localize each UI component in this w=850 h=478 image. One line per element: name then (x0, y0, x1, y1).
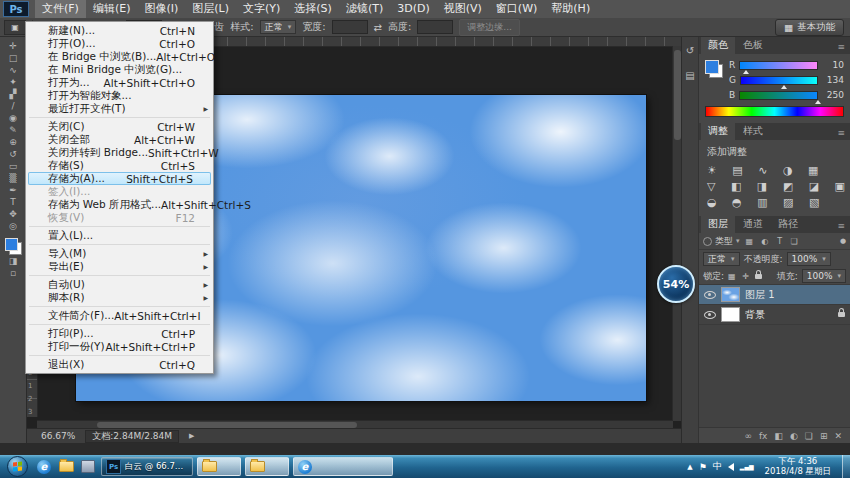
taskbar-button-window-1[interactable] (197, 457, 241, 476)
menu-item-close-and-go-to-bridge[interactable]: 关闭并转到 Bridge...Shift+Ctrl+W (26, 146, 213, 159)
tab-layers[interactable]: 图层 (701, 215, 735, 233)
layer-thumbnail[interactable] (721, 287, 740, 302)
browser-quicklaunch-icon[interactable]: e (35, 458, 53, 476)
progress-badge[interactable]: 54% (657, 265, 695, 303)
green-value[interactable]: 134 (822, 75, 844, 85)
opacity-select[interactable]: 100% ▾ (787, 252, 831, 266)
menu-item-browse-in-mini-bridge[interactable]: 在 Mini Bridge 中浏览(G)... (26, 63, 213, 76)
workspace-switcher-button[interactable]: ▦ 基本功能 (775, 19, 844, 36)
layer-filter-icons[interactable]: ▦ ◐ T ❏ (746, 237, 801, 246)
layer-row-layer1[interactable]: 图层 1 (699, 285, 850, 305)
filter-toggle-icon[interactable]: ● (840, 237, 846, 245)
menu-item-export[interactable]: 导出(E)▶ (26, 260, 213, 273)
menu-item-place[interactable]: 置入(L)... (26, 229, 213, 242)
style-select[interactable]: 正常 ▾ (260, 20, 297, 34)
blend-mode-select[interactable]: 正常 ▾ (703, 252, 740, 266)
menu-item-close-all[interactable]: 关闭全部Alt+Ctrl+W (26, 133, 213, 146)
spot-healing-tool[interactable]: ◉ (2, 112, 24, 124)
start-button[interactable] (7, 456, 28, 477)
new-adjustment-layer-icon[interactable]: ◐ (790, 431, 798, 441)
add-mask-icon[interactable]: ◧ (774, 431, 783, 441)
quick-mask-button[interactable]: ◨ (2, 255, 24, 267)
volume-icon[interactable] (728, 463, 734, 471)
layer-filter-kind-select[interactable]: 类型 ▾ (703, 235, 740, 248)
menu-image[interactable]: 图像(I) (137, 0, 185, 18)
new-group-icon[interactable]: ❏ (805, 431, 813, 441)
tab-color[interactable]: 颜色 (701, 36, 735, 54)
menu-select[interactable]: 选择(S) (287, 0, 339, 18)
tool-preset-picker[interactable]: ▣ (4, 20, 26, 35)
lock-option-icons[interactable]: ▦ ✛ (728, 272, 751, 281)
gradient-tool[interactable]: ▒ (2, 172, 24, 184)
menu-item-save-for-web[interactable]: 存储为 Web 所用格式...Alt+Shift+Ctrl+S (26, 198, 213, 211)
red-slider[interactable] (739, 61, 818, 70)
taskbar-button-photoshop[interactable]: Ps 白云 @ 66.7% (... (101, 457, 193, 476)
menu-help[interactable]: 帮助(H) (544, 0, 597, 18)
menu-item-import[interactable]: 导入(M)▶ (26, 247, 213, 260)
menu-item-open[interactable]: 打开(O)...Ctrl+O (26, 37, 213, 50)
panel-menu-icon[interactable]: ≡ (837, 221, 850, 233)
properties-panel-icon[interactable]: ▤ (685, 70, 694, 81)
pen-tool[interactable]: ✒ (2, 184, 24, 196)
green-slider[interactable] (740, 76, 818, 85)
menu-item-print[interactable]: 打印(P)...Ctrl+P (26, 327, 213, 340)
layer-style-fx-icon[interactable]: fx (759, 431, 768, 441)
show-hidden-icons-chevron[interactable]: ▲ (687, 463, 692, 471)
menu-item-automate[interactable]: 自动(U)▶ (26, 278, 213, 291)
menu-item-print-one-copy[interactable]: 打印一份(Y)Alt+Shift+Ctrl+P (26, 340, 213, 353)
tab-adjustments[interactable]: 调整 (701, 122, 735, 140)
tab-channels[interactable]: 通道 (736, 215, 770, 233)
fill-select[interactable]: 100% ▾ (802, 269, 846, 283)
tab-swatches[interactable]: 色板 (736, 36, 770, 54)
menu-item-open-recent[interactable]: 最近打开文件(T)▶ (26, 102, 213, 115)
eraser-tool[interactable]: ▭ (2, 160, 24, 172)
menu-item-save[interactable]: 存储(S)Ctrl+S (26, 159, 213, 172)
history-panel-icon[interactable]: ↺ (686, 45, 694, 56)
adjustment-icon-row[interactable]: ◒ ◓ ▥ ▨ ▧ (707, 195, 842, 211)
eyedropper-tool[interactable]: / (2, 100, 24, 112)
menu-item-file-info[interactable]: 文件简介(F)...Alt+Shift+Ctrl+I (26, 309, 213, 322)
explorer-quicklaunch-icon[interactable] (57, 458, 75, 476)
crop-tool[interactable]: ▞ (2, 88, 24, 100)
zoom-level[interactable]: 66.67% (41, 431, 75, 441)
menu-edit[interactable]: 编辑(E) (86, 0, 138, 18)
delete-layer-icon[interactable]: ✕ (834, 431, 842, 441)
type-tool[interactable]: T (2, 196, 24, 208)
layer-name[interactable]: 背景 (745, 308, 833, 322)
menu-item-new[interactable]: 新建(N)...Ctrl+N (26, 24, 213, 37)
scrollbar-thumb[interactable] (674, 50, 681, 140)
panel-menu-icon[interactable]: ≡ (837, 42, 850, 54)
clone-stamp-tool[interactable]: ⊕ (2, 136, 24, 148)
visibility-eye-icon[interactable] (704, 291, 716, 299)
blue-value[interactable]: 250 (822, 90, 844, 100)
layer-name[interactable]: 图层 1 (745, 288, 845, 302)
menu-layer[interactable]: 图层(L) (185, 0, 236, 18)
link-layers-icon[interactable]: ∞ (744, 431, 752, 441)
foreground-color-swatch[interactable] (5, 238, 18, 251)
new-layer-icon[interactable]: ⊞ (820, 431, 828, 441)
brush-tool[interactable]: ✎ (2, 124, 24, 136)
status-popup-arrow-icon[interactable]: ▶ (189, 432, 194, 440)
menu-item-close[interactable]: 关闭(C)Ctrl+W (26, 120, 213, 133)
action-center-flag-icon[interactable]: ⚑ (699, 462, 707, 472)
zoom-tool[interactable]: ◎ (2, 220, 24, 232)
taskbar-button-window-2[interactable] (245, 457, 289, 476)
menu-item-save-as[interactable]: 存储为(A)...Shift+Ctrl+S (28, 172, 211, 185)
lock-all-icon[interactable] (755, 274, 762, 279)
panel-menu-icon[interactable]: ≡ (837, 128, 850, 140)
menu-item-exit[interactable]: 退出(X)Ctrl+Q (26, 358, 213, 371)
adjustment-icon-row[interactable]: ☀ ▤ ∿ ◑ ▦ (707, 163, 842, 179)
move-tool[interactable]: ✛ (2, 40, 24, 52)
hand-tool[interactable]: ✥ (2, 208, 24, 220)
menu-file[interactable]: 文件(F) (35, 0, 86, 18)
menu-type[interactable]: 文字(Y) (236, 0, 287, 18)
slider-handle[interactable] (743, 70, 749, 74)
height-input[interactable] (417, 20, 453, 34)
visibility-eye-icon[interactable] (704, 311, 716, 319)
screen-mode-button[interactable]: ▫ (2, 267, 24, 279)
app-quicklaunch-icon[interactable] (79, 458, 97, 476)
red-value[interactable]: 10 (822, 60, 844, 70)
slider-handle[interactable] (815, 100, 821, 104)
slider-handle[interactable] (781, 85, 787, 89)
taskbar-button-ie[interactable]: e (293, 457, 393, 476)
